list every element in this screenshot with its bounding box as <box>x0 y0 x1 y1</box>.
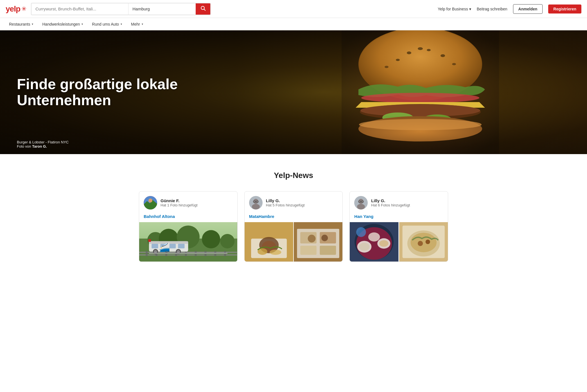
user-info-2: Lilly G. Hat 5 Fotos hinzugefügt <box>266 198 338 207</box>
svg-point-14 <box>360 104 480 117</box>
user-info-3: Lilly G. Hat 6 Fotos hinzugefügt <box>371 198 443 207</box>
mehr-label: Mehr <box>131 22 140 26</box>
svg-point-61 <box>270 250 281 255</box>
restaurants-chevron-icon: ▾ <box>32 22 33 26</box>
svg-point-8 <box>441 54 445 57</box>
svg-point-27 <box>220 234 234 248</box>
nav-item-restaurants[interactable]: Restaurants ▾ <box>6 18 37 30</box>
nav-item-auto[interactable]: Rund ums Auto ▾ <box>89 18 125 30</box>
svg-point-51 <box>253 199 258 204</box>
svg-rect-43 <box>169 244 176 248</box>
card-image-3a <box>350 222 398 262</box>
mehr-chevron-icon: ▾ <box>142 22 143 26</box>
restaurants-label: Restaurants <box>9 22 30 26</box>
registrieren-button[interactable]: Registrieren <box>548 4 581 13</box>
user-name-2: Lilly G. <box>266 198 338 203</box>
user-name-1: Günnie F. <box>161 198 233 203</box>
logo-burst-icon: ✳ <box>21 5 26 13</box>
svg-rect-29 <box>139 254 237 256</box>
svg-rect-34 <box>185 251 187 256</box>
svg-point-7 <box>396 59 400 61</box>
business-name-3[interactable]: Han Yang <box>350 214 448 222</box>
beitrag-schreiben-link[interactable]: Beitrag schreiben <box>477 7 507 11</box>
beitrag-schreiben-label: Beitrag schreiben <box>477 7 507 11</box>
news-section: Yelp-News Günnie F. Hat 1 <box>0 154 587 273</box>
card-images-3 <box>350 222 448 262</box>
svg-point-84 <box>356 227 366 237</box>
svg-rect-66 <box>300 246 317 255</box>
svg-rect-32 <box>165 251 167 256</box>
svg-rect-30 <box>146 251 148 256</box>
svg-point-80 <box>359 243 370 251</box>
business-name-1[interactable]: Bahnhof Altona <box>139 214 237 222</box>
svg-point-69 <box>321 235 328 241</box>
card-image-2b <box>294 222 342 262</box>
news-card-2-header: Lilly G. Hat 5 Fotos hinzugefügt <box>245 192 343 214</box>
svg-rect-35 <box>195 251 197 256</box>
svg-point-90 <box>425 240 430 244</box>
handwerk-label: Handwerksleistungen <box>42 22 80 26</box>
svg-rect-38 <box>224 251 226 256</box>
svg-point-10 <box>385 66 389 68</box>
auto-label: Rund ums Auto <box>92 22 119 26</box>
yelp-logo[interactable]: yelp ✳ <box>6 4 26 13</box>
avatar-lilly-2 <box>354 196 368 209</box>
card-image-2a <box>245 222 293 262</box>
svg-point-11 <box>452 63 456 65</box>
svg-rect-42 <box>161 244 167 248</box>
business-name-2[interactable]: MataHambre <box>245 214 343 222</box>
svg-rect-44 <box>178 244 184 248</box>
card-image-3b <box>399 222 448 262</box>
svg-line-1 <box>204 9 206 11</box>
hero-caption-photographer: Foto von Taron G. <box>17 144 69 148</box>
card-images-1 <box>139 222 237 262</box>
svg-rect-40 <box>149 241 188 244</box>
svg-rect-36 <box>204 251 206 256</box>
svg-point-6 <box>427 49 431 51</box>
yelp-for-business-label: Yelp for Business <box>438 7 468 11</box>
hero-content: Finde großartige lokale Unternehmen <box>17 76 214 108</box>
anmelden-button[interactable]: Anmelden <box>513 4 543 14</box>
nav-item-handwerk[interactable]: Handwerksleistungen ▾ <box>39 18 86 30</box>
card-images-2 <box>245 222 343 262</box>
avatar-gunnie <box>144 196 157 209</box>
search-icon <box>200 5 206 12</box>
svg-point-12 <box>361 93 479 103</box>
svg-point-20 <box>148 199 152 202</box>
logo-text: yelp <box>6 4 20 13</box>
svg-point-83 <box>368 232 380 241</box>
user-action-2: Hat 5 Fotos hinzugefügt <box>266 203 338 207</box>
svg-point-46 <box>154 250 157 253</box>
user-info-1: Günnie F. Hat 1 Foto hinzugefügt <box>161 198 233 207</box>
yelp-for-business-link[interactable]: Yelp for Business ▾ <box>438 7 471 11</box>
dropdown-arrow-icon: ▾ <box>469 7 471 11</box>
site-header: yelp ✳ Yelp for Business ▾ Beitrag schre… <box>0 0 587 18</box>
svg-point-68 <box>308 235 316 243</box>
news-card-3-header: Lilly G. Hat 6 Fotos hinzugefügt <box>350 192 448 214</box>
auto-chevron-icon: ▾ <box>121 22 122 26</box>
category-nav: Restaurants ▾ Handwerksleistungen ▾ Rund… <box>0 18 587 30</box>
svg-rect-41 <box>152 244 158 248</box>
svg-point-52 <box>252 204 260 209</box>
svg-point-88 <box>410 233 436 252</box>
search-bar <box>31 3 211 15</box>
svg-rect-49 <box>148 239 151 242</box>
news-card-2: Lilly G. Hat 5 Fotos hinzugefügt MataHam… <box>244 191 343 262</box>
search-where-input[interactable] <box>128 3 196 15</box>
user-action-1: Hat 1 Foto hinzugefügt <box>161 203 233 207</box>
svg-point-71 <box>358 199 364 204</box>
hero-burger-image <box>342 30 499 154</box>
hero-caption: Burger & Lobster - Flatiron NYC Foto von… <box>17 140 69 148</box>
svg-point-89 <box>418 241 423 246</box>
search-what-input[interactable] <box>31 3 128 15</box>
handwerk-chevron-icon: ▾ <box>82 22 83 26</box>
card-image-train <box>139 222 237 262</box>
nav-item-mehr[interactable]: Mehr ▾ <box>128 18 146 30</box>
search-button[interactable] <box>196 3 210 15</box>
header-nav: Yelp for Business ▾ Beitrag schreiben An… <box>438 4 581 14</box>
svg-point-5 <box>407 51 411 54</box>
svg-point-72 <box>357 204 365 209</box>
avatar-lilly-1 <box>249 196 263 209</box>
news-card-3: Lilly G. Hat 6 Fotos hinzugefügt Han Yan… <box>349 191 448 262</box>
svg-point-26 <box>202 230 220 248</box>
